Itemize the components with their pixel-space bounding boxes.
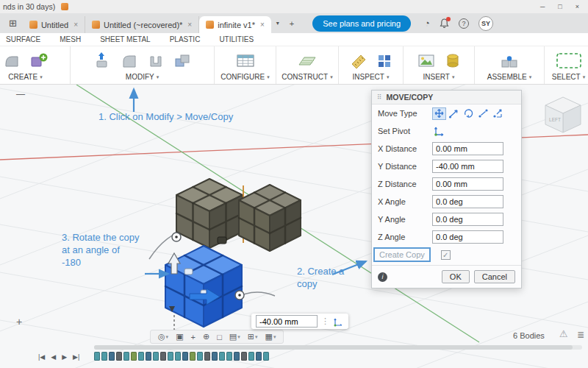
see-plans-button[interactable]: See plans and pricing <box>312 15 411 32</box>
display-settings[interactable]: ▤▾ <box>227 332 243 342</box>
browser-expand-button[interactable]: + <box>16 316 22 328</box>
timeline-feature-icon[interactable] <box>160 352 166 361</box>
measure-icon[interactable] <box>350 52 368 69</box>
move-type-translate-button[interactable] <box>447 107 461 120</box>
joint-icon[interactable] <box>500 52 519 69</box>
pan-tool[interactable]: + <box>189 333 198 342</box>
info-icon[interactable]: i <box>378 272 387 282</box>
shell-icon[interactable] <box>147 52 165 69</box>
create-menu-button[interactable]: CREATE▾ <box>8 73 42 81</box>
new-component-icon[interactable] <box>29 52 49 69</box>
set-pivot-button[interactable] <box>432 124 447 138</box>
fit-tool[interactable]: □ <box>215 333 224 342</box>
timeline-feature-icon[interactable] <box>131 352 137 361</box>
face-handle[interactable] <box>184 269 193 275</box>
timeline-feature-icon[interactable] <box>123 352 129 361</box>
insert-menu-button[interactable]: INSERT▾ <box>423 73 454 81</box>
tab-overflow-icon[interactable]: ▾ <box>271 20 284 26</box>
layers-icon[interactable]: ≣ <box>577 330 584 340</box>
timeline-feature-icon[interactable] <box>94 352 100 361</box>
model-body-dark-left[interactable] <box>176 179 243 248</box>
timeline-feature-icon[interactable] <box>248 352 254 361</box>
y-distance-input[interactable] <box>432 160 503 173</box>
timeline-feature-icon[interactable] <box>212 352 218 361</box>
job-status-icon[interactable]: ◔ <box>424 18 430 29</box>
tab-infinite-v1[interactable]: infinite v1* × <box>199 16 271 33</box>
construct-menu-button[interactable]: CONSTRUCT▾ <box>282 73 332 81</box>
grid-settings[interactable]: ⊞▾ <box>245 332 260 342</box>
distance-value-input[interactable] <box>256 315 318 328</box>
timeline-feature-icon[interactable] <box>109 352 115 361</box>
timeline-feature-icon[interactable] <box>138 352 144 361</box>
timeline-feature-icon[interactable] <box>219 352 225 361</box>
play-button[interactable]: ▶ <box>62 353 67 361</box>
ribbon-tab-utilities[interactable]: UTILITIES <box>219 35 254 43</box>
app-grid-icon[interactable]: ⊞ <box>3 18 23 29</box>
configure-menu-button[interactable]: CONFIGURE▾ <box>220 73 270 81</box>
move-type-free-button[interactable] <box>432 107 446 120</box>
timeline-feature-icon[interactable] <box>226 352 232 361</box>
selection-box-icon[interactable] <box>554 51 584 70</box>
timeline-feature-icon[interactable] <box>175 352 181 361</box>
x-angle-input[interactable] <box>432 195 503 208</box>
inspect-menu-button[interactable]: INSPECT▾ <box>353 73 390 81</box>
dialog-header[interactable]: ⠿ MOVE/COPY <box>372 91 521 105</box>
ribbon-tab-surface[interactable]: SURFACE <box>6 35 40 43</box>
timeline-feature-icon[interactable] <box>168 352 173 361</box>
mcmaster-part-icon[interactable] <box>445 52 461 69</box>
browser-collapse-button[interactable]: — <box>16 89 25 99</box>
move-type-rotate-button[interactable] <box>462 107 476 120</box>
y-angle-input[interactable] <box>432 213 503 226</box>
modify-menu-button[interactable]: MODIFY▾ <box>126 73 159 81</box>
close-icon[interactable]: × <box>260 21 265 29</box>
configuration-table-icon[interactable] <box>235 52 256 69</box>
edge-handle[interactable] <box>218 237 226 244</box>
combine-icon[interactable] <box>173 52 191 69</box>
scrollbar-thumb[interactable] <box>94 345 573 350</box>
create-form-icon[interactable] <box>3 52 21 69</box>
cancel-button[interactable]: Cancel <box>474 270 515 283</box>
skip-end-button[interactable]: ▶| <box>73 353 79 361</box>
press-pull-icon[interactable] <box>94 52 112 69</box>
assemble-menu-button[interactable]: ASSEMBLE▾ <box>487 73 531 81</box>
timeline-feature-icon[interactable] <box>146 352 151 361</box>
help-icon[interactable]: ? <box>459 18 469 29</box>
tab-untitled[interactable]: Untitled × <box>23 16 85 33</box>
warning-icon[interactable]: ⚠ <box>559 328 568 339</box>
ok-button[interactable]: OK <box>442 270 470 283</box>
canvas-image-icon[interactable] <box>417 52 436 69</box>
viewcube[interactable] <box>545 97 581 132</box>
axis-reference-icon[interactable] <box>333 316 344 327</box>
ribbon-tab-plastic[interactable]: PLASTIC <box>170 35 201 43</box>
timeline-feature-icon[interactable] <box>197 352 203 361</box>
timeline-feature-icon[interactable] <box>101 352 107 361</box>
timeline-feature-icon[interactable] <box>263 352 269 361</box>
section-analysis-icon[interactable] <box>376 52 392 69</box>
create-copy-checkbox[interactable] <box>441 250 451 260</box>
skip-start-button[interactable]: |◀ <box>38 353 45 361</box>
tab-untitled-recovered[interactable]: Untitled (~recovered)* × <box>85 16 199 33</box>
look-at-tool[interactable]: ▣ <box>173 332 185 342</box>
timeline-feature-icon[interactable] <box>116 352 122 361</box>
timeline-feature-icon[interactable] <box>182 352 188 361</box>
minimize-button[interactable]: ─ <box>540 3 545 10</box>
timeline-feature-icon[interactable] <box>204 352 210 361</box>
new-tab-button[interactable]: + <box>284 19 299 28</box>
close-icon[interactable]: × <box>187 21 192 29</box>
timeline-feature-icon[interactable] <box>153 352 159 361</box>
orbit-tool[interactable]: ◎▾ <box>156 332 171 342</box>
construction-plane-icon[interactable] <box>297 52 318 69</box>
timeline-feature-icon[interactable] <box>241 352 247 361</box>
z-distance-input[interactable] <box>432 177 503 191</box>
viewport[interactable]: LEFT — + 1. Click on Modify > Move/Copy … <box>0 85 588 368</box>
select-menu-button[interactable]: SELECT▾ <box>552 73 585 81</box>
ribbon-tab-mesh[interactable]: MESH <box>60 35 81 43</box>
close-window-button[interactable]: × <box>576 3 579 10</box>
ribbon-tab-sheet-metal[interactable]: SHEET METAL <box>100 35 151 43</box>
maximize-button[interactable]: □ <box>558 3 562 10</box>
user-avatar[interactable]: SY <box>478 16 493 31</box>
timeline-scrollbar[interactable] <box>94 345 582 350</box>
timeline-feature-icon[interactable] <box>234 352 240 361</box>
timeline-feature-icon[interactable] <box>190 352 196 361</box>
close-icon[interactable]: × <box>74 21 78 29</box>
